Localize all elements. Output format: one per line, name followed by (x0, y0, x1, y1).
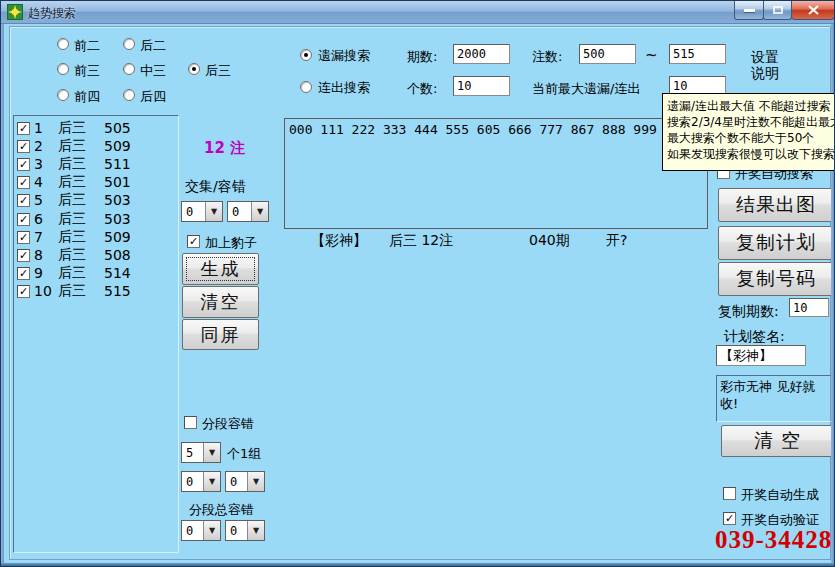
radio-qian2-label: 前二 (74, 37, 100, 55)
titlebar: 趋势搜索 (1, 1, 834, 24)
segment-total-dropdown-2[interactable]: 0 ▼ (225, 520, 265, 541)
chevron-down-icon[interactable]: ▼ (203, 443, 220, 462)
list-item-checkbox[interactable]: ✓ (17, 267, 30, 280)
list-item[interactable]: ✓ 1 后三 505 (17, 120, 131, 136)
result-signature: 【彩神】 (311, 232, 367, 250)
copy-periods-input[interactable] (789, 298, 829, 317)
intersect-dropdown-1[interactable]: 0 ▼ (181, 201, 223, 222)
app-window: 趋势搜索 前二 后二 前三 中三 后三 前四 后四 遗漏搜索 连出搜索 期数: … (0, 0, 835, 567)
radio-miss-search[interactable] (300, 49, 312, 61)
motto-box[interactable]: 彩市无神 见好就收! (716, 375, 834, 422)
leopard-label: 加上豹子 (205, 234, 257, 252)
list-item[interactable]: ✓ 8 后三 508 (17, 247, 131, 263)
list-item-checkbox[interactable]: ✓ (17, 122, 30, 135)
chevron-down-icon[interactable]: ▼ (247, 472, 264, 491)
radio-zhong3[interactable] (123, 63, 135, 75)
list-item[interactable]: ✓ 3 后三 511 (17, 156, 131, 172)
list-item-checkbox[interactable]: ✓ (17, 194, 30, 207)
auto-verify-checkbox[interactable]: ✓ (723, 512, 736, 525)
list-item-checkbox[interactable]: ✓ (17, 140, 30, 153)
radio-qian4[interactable] (57, 89, 69, 101)
window-frame-left (1, 23, 4, 563)
segment-checkbox[interactable] (184, 416, 197, 429)
tooltip-line: 最大搜索个数不能大于50个 (667, 130, 831, 146)
chevron-down-icon[interactable]: ▼ (247, 521, 264, 540)
radio-zhong3-label: 中三 (140, 62, 166, 80)
list-item[interactable]: ✓ 4 后三 501 (17, 174, 131, 190)
count-label: 个数: (407, 80, 437, 98)
list-item[interactable]: ✓ 5 后三 503 (17, 192, 131, 208)
close-button[interactable] (791, 1, 835, 20)
check-icon: ✓ (725, 513, 734, 524)
maximize-button[interactable] (763, 1, 792, 20)
segment-total-label: 分段总容错 (189, 501, 254, 519)
clear-right-button[interactable]: 清 空 (721, 425, 834, 457)
result-chart-button[interactable]: 结果出图 (718, 188, 834, 222)
radio-hou4-label: 后四 (140, 88, 166, 106)
chevron-down-icon[interactable]: ▼ (251, 202, 268, 221)
tooltip-line: 遗漏/连出最大值 不能超过搜索 (667, 98, 831, 114)
radio-hou2-label: 后二 (140, 37, 166, 55)
window-title: 趋势搜索 (28, 5, 76, 22)
radio-qian2[interactable] (57, 38, 69, 50)
list-item[interactable]: ✓ 6 后三 503 (17, 211, 131, 227)
radio-qian3-label: 前三 (74, 62, 100, 80)
leopard-checkbox[interactable]: ✓ (187, 235, 200, 248)
list-item-checkbox[interactable]: ✓ (17, 158, 30, 171)
maximize-icon (773, 6, 783, 14)
list-item-checkbox[interactable]: ✓ (17, 213, 30, 226)
bets-max-input[interactable] (669, 44, 726, 64)
result-numbers-box[interactable]: 000 111 222 333 444 555 605 666 777 867 … (284, 118, 708, 229)
result-summary: 后三 12注 (389, 232, 453, 250)
clear-middle-button[interactable]: 清空 (182, 286, 259, 318)
radio-qian4-label: 前四 (74, 88, 100, 106)
segment-total-dropdown-1[interactable]: 0 ▼ (181, 520, 221, 541)
auto-generate-label: 开奖自动生成 (741, 486, 819, 504)
bets-label: 注数: (532, 48, 562, 66)
copy-plan-button[interactable]: 复制计划 (718, 226, 834, 260)
plan-sign-label: 计划签名: (724, 328, 785, 346)
intersect-dropdown-2[interactable]: 0 ▼ (227, 201, 269, 222)
minimize-button[interactable] (734, 1, 764, 20)
chevron-down-icon[interactable]: ▼ (203, 472, 220, 491)
list-item[interactable]: ✓ 7 后三 509 (17, 229, 131, 245)
auto-generate-checkbox[interactable] (723, 487, 736, 500)
radio-hou4[interactable] (123, 89, 135, 101)
contact-number: 039-34428 (715, 526, 832, 554)
tooltip-line: 搜索2/3/4星时注数不能超出最大 (667, 114, 831, 130)
bets-min-input[interactable] (579, 44, 636, 64)
radio-consecutive-search[interactable] (300, 81, 312, 93)
app-icon (7, 4, 23, 20)
radio-qian3[interactable] (57, 63, 69, 75)
list-item-checkbox[interactable]: ✓ (17, 231, 30, 244)
plan-sign-input[interactable] (716, 345, 806, 366)
list-item-checkbox[interactable]: ✓ (17, 176, 30, 189)
result-period: 040期 (529, 232, 570, 250)
list-item-checkbox[interactable]: ✓ (17, 249, 30, 262)
list-item-checkbox[interactable]: ✓ (17, 285, 30, 298)
periods-label: 期数: (407, 48, 437, 66)
chevron-down-icon[interactable]: ▼ (205, 202, 222, 221)
settings-note-line2[interactable]: 说明 (751, 65, 779, 83)
list-item[interactable]: ✓ 2 后三 509 (17, 138, 131, 154)
same-screen-button[interactable]: 同屏 (182, 319, 259, 350)
max-miss-label: 当前最大遗漏/连出 (532, 80, 640, 98)
generate-button[interactable]: 生成 (182, 253, 259, 285)
radio-hou2[interactable] (123, 38, 135, 50)
chevron-down-icon[interactable]: ▼ (203, 521, 220, 540)
copy-periods-label: 复制期数: (718, 303, 779, 321)
copy-number-button[interactable]: 复制号码 (718, 262, 834, 296)
count-input[interactable] (453, 76, 510, 96)
radio-hou3[interactable] (188, 63, 200, 75)
list-item[interactable]: ✓ 9 后三 514 (17, 265, 131, 281)
segment-dropdown-2[interactable]: 0 ▼ (225, 471, 265, 492)
segment-dropdown-1[interactable]: 0 ▼ (181, 471, 221, 492)
window-frame-bottom (1, 563, 834, 566)
segment-group-dropdown[interactable]: 5 ▼ (181, 442, 221, 463)
radio-miss-search-label: 遗漏搜索 (318, 47, 370, 65)
list-item[interactable]: ✓ 10 后三 515 (17, 283, 131, 299)
radio-hou3-label: 后三 (205, 62, 231, 80)
result-status: 开? (606, 232, 627, 250)
intersect-label: 交集/容错 (185, 178, 246, 196)
periods-input[interactable] (453, 44, 510, 64)
